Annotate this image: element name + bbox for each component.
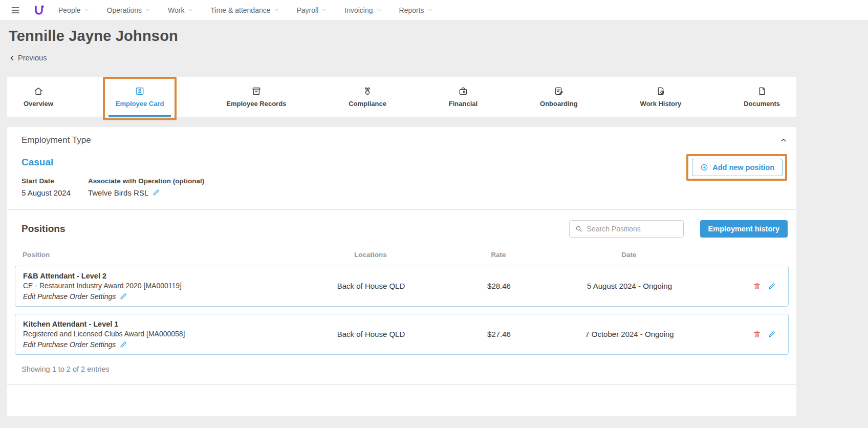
chevron-down-icon — [145, 7, 150, 13]
plus-circle-icon — [700, 163, 708, 172]
nav-item-reports[interactable]: Reports — [399, 6, 433, 14]
chevron-down-icon — [84, 7, 90, 13]
chevron-down-icon — [274, 7, 279, 13]
operation-value: Twelve Birds RSL — [88, 188, 148, 197]
position-title: Kitchen Attendant - Level 1 — [23, 320, 302, 328]
chevron-down-icon — [321, 7, 327, 13]
edit-purchase-order-link[interactable]: Edit Purchase Order Settings — [23, 292, 127, 301]
position-row: Kitchen Attendant - Level 1 Registered a… — [15, 314, 789, 355]
main-menu: People Operations Work Time & attendance… — [58, 6, 433, 14]
column-header-rate: Rate — [440, 251, 557, 259]
section-title-employment-type: Employment Type — [21, 135, 91, 145]
delete-position-icon[interactable] — [753, 282, 761, 290]
brand-logo[interactable] — [33, 4, 45, 16]
briefcase-money-icon — [458, 86, 468, 96]
hamburger-menu-icon[interactable] — [8, 3, 23, 17]
search-positions-box — [569, 220, 684, 238]
employee-card-panel: Employment Type Casual Start Date 5 Augu… — [7, 127, 796, 416]
position-title: F&B Attendant - Level 2 — [23, 272, 302, 280]
document-clock-icon — [656, 86, 666, 96]
positions-table-header: Position Locations Rate Date — [15, 251, 789, 259]
column-header-position: Position — [15, 251, 301, 259]
search-positions-input[interactable] — [587, 225, 678, 233]
clipboard-edit-icon — [554, 86, 564, 96]
column-header-date: Date — [557, 251, 701, 259]
tab-documents[interactable]: Documents — [741, 77, 783, 117]
nav-item-operations[interactable]: Operations — [107, 6, 150, 14]
chevron-down-icon — [427, 7, 433, 13]
start-date-label: Start Date — [21, 177, 71, 185]
tab-financial[interactable]: Financial — [446, 77, 481, 117]
archive-box-icon — [251, 86, 262, 96]
pencil-icon — [119, 340, 127, 349]
chevron-left-icon — [9, 55, 15, 61]
position-award: CE - Restaurant Industry Award 2020 [MA0… — [23, 282, 302, 290]
tab-employee-card[interactable]: Employee Card — [113, 77, 167, 117]
employment-type-value: Casual — [21, 157, 204, 168]
collapse-section-button[interactable] — [778, 135, 789, 145]
nav-item-invoicing[interactable]: Invoicing — [344, 6, 381, 14]
delete-position-icon[interactable] — [753, 330, 761, 338]
edit-position-icon[interactable] — [768, 330, 776, 338]
nav-item-time-attendance[interactable]: Time & attendance — [211, 6, 279, 14]
start-date-block: Start Date 5 August 2024 — [21, 177, 71, 197]
nav-item-work[interactable]: Work — [168, 6, 193, 14]
bottom-divider — [7, 384, 796, 414]
nav-item-payroll[interactable]: Payroll — [297, 6, 328, 14]
table-entries-count: Showing 1 to 2 of 2 entries — [15, 365, 789, 373]
employment-history-button[interactable]: Employment history — [700, 220, 788, 238]
previous-link[interactable]: Previous — [9, 54, 47, 62]
operation-block: Associate with Operation (optional) Twel… — [88, 177, 204, 197]
tab-onboarding[interactable]: Onboarding — [537, 77, 581, 117]
tab-bar: Overview Employee Card Employee Records … — [7, 77, 796, 117]
id-card-icon — [135, 86, 145, 96]
positions-title: Positions — [21, 223, 66, 234]
search-icon — [575, 225, 583, 233]
position-row: F&B Attendant - Level 2 CE - Restaurant … — [15, 266, 789, 307]
edit-position-icon[interactable] — [768, 282, 776, 290]
chevron-down-icon — [188, 7, 193, 13]
position-award: Registered and Licensed Clubs Award [MA0… — [23, 330, 302, 338]
tab-employee-records[interactable]: Employee Records — [223, 77, 289, 117]
column-header-locations: Locations — [301, 251, 440, 259]
chevron-down-icon — [376, 7, 382, 13]
annotation-box-employee-card — [103, 77, 177, 120]
pencil-icon — [119, 292, 127, 301]
section-divider — [7, 209, 796, 210]
position-location: Back of House QLD — [302, 330, 440, 338]
top-nav: People Operations Work Time & attendance… — [0, 0, 868, 20]
operation-label: Associate with Operation (optional) — [88, 177, 204, 185]
position-location: Back of House QLD — [302, 282, 440, 290]
start-date-value: 5 August 2024 — [21, 188, 71, 197]
add-new-position-button[interactable]: Add new position — [692, 159, 783, 176]
position-date: 7 October 2024 - Ongoing — [558, 330, 701, 338]
document-icon — [757, 86, 767, 96]
edit-operation-pencil-icon[interactable] — [152, 188, 160, 197]
position-rate: $28.46 — [440, 282, 558, 290]
position-rate: $27.46 — [440, 330, 558, 338]
tab-overview[interactable]: Overview — [20, 77, 56, 117]
nav-item-people[interactable]: People — [58, 6, 90, 14]
tab-work-history[interactable]: Work History — [637, 77, 685, 117]
home-icon — [33, 86, 44, 96]
position-date: 5 August 2024 - Ongoing — [558, 282, 701, 290]
page-title: Tennille Jayne Johnson — [9, 28, 796, 45]
tab-compliance[interactable]: Compliance — [345, 77, 389, 117]
edit-purchase-order-link[interactable]: Edit Purchase Order Settings — [23, 340, 127, 349]
medal-icon — [362, 86, 373, 96]
